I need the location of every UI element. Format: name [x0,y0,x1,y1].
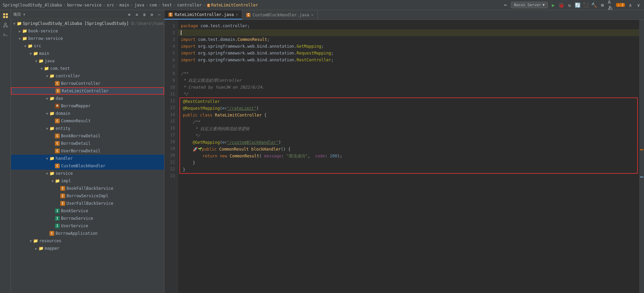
tree-item-book-fallback[interactable]: C BookFallBackService [11,185,164,192]
expand-icon[interactable]: ∧ [628,2,633,8]
terminal-tab[interactable] [1,31,10,39]
folder-icon-domain: 📁 [49,111,55,116]
tab-close-cbh[interactable]: ✕ [311,13,313,17]
tree-item-java[interactable]: ▼ 📁 java [11,57,164,65]
class-icon-common-result: C [55,118,60,124]
debug-button[interactable]: 🐞 [559,2,564,8]
breadcrumb-project[interactable]: SpringCloudStudy_Alibaba [3,3,62,7]
tree-label-src: src [34,44,41,48]
breadcrumb-main[interactable]: main [119,3,129,7]
tree-label-cbh: CustomBlockHandler [61,164,105,168]
tree-item-main[interactable]: ▼ 📁 main [11,50,164,57]
sep4: › [131,3,133,7]
svg-point-4 [4,23,6,25]
breadcrumb: SpringCloudStudy_Alibaba › borrow-servic… [3,3,503,7]
tree-item-common-result[interactable]: C CommonResult [11,117,164,125]
tree-item-borrow-application[interactable]: C BorrowApplication [11,230,164,237]
run-button[interactable]: ▶ [551,2,556,8]
tree-label-us: UserService [61,223,88,228]
folder-icon-borrow: 📁 [22,36,27,41]
breadcrumb-test[interactable]: test [162,3,172,7]
breadcrumb-java[interactable]: java [134,3,144,7]
expand-all-icon[interactable]: ≣ [142,12,147,17]
gutter-mark-2 [640,176,643,178]
tree-label-ufb: UserFallBackService [67,201,113,206]
tree-item-user-service-iface[interactable]: I UserService [11,222,164,230]
locate-icon[interactable]: ⊕ [127,12,132,17]
tree-item-book-borrow-detail[interactable]: C BookBorrowDetail [11,132,164,140]
tree-item-rate-limit-controller[interactable]: C RateLimitController [11,87,164,95]
code-line-8: /** [178,70,639,77]
build-icon[interactable]: 🔨 [591,2,597,8]
settings-icon[interactable]: ⚙ [149,12,155,17]
tree-label-borrow-service: borrow-service [28,36,63,41]
tab-rate-limit-controller[interactable]: C RateLimitController.java ✕ [164,10,242,19]
svg-rect-2 [3,16,5,18]
tree-label-book-service: book-service [28,29,58,33]
tree-item-borrow-service-iface[interactable]: I BorrowService [11,215,164,222]
nacos-server-button[interactable]: Nacos Server ▼ [511,2,548,8]
layout-icon[interactable]: ⊞ [600,2,605,8]
right-gutter[interactable] [639,20,644,293]
sep8: › [203,3,206,7]
tree-item-borrow-service-impl[interactable]: C BorrowServiceImpl [11,192,164,200]
stop-button[interactable]: ⬛ [583,2,589,8]
code-line-6: import org.springframework.web.bind.anno… [178,57,639,63]
tree-item-service[interactable]: ▼ 📁 service [11,170,164,177]
svg-rect-3 [6,16,8,18]
tree-label-domain: domain [56,111,70,116]
tree-item-book-service[interactable]: ▶ 📁 book-service [11,27,164,35]
tab-custom-block-handler[interactable]: C CustomBlockHandler.java ✕ [242,10,318,19]
code-line-16: * 自定义通用的限流处理逻辑 [180,125,637,132]
arrow-impl: ▼ [50,179,55,183]
tree-label-ubd: UserBorrowDetail [61,149,101,153]
code-editor: C RateLimitController.java ✕ C CustomBlo… [164,10,644,293]
code-line-13: @RequestMapping(⊙v"/rateLimit") [180,105,637,112]
tree-item-dao[interactable]: ▼ 📁 dao [11,95,164,102]
breadcrumb-controller[interactable]: controller [177,3,202,7]
tree-item-com-test[interactable]: ▼ 📁 com.test [11,65,164,72]
breadcrumb-src[interactable]: src [107,3,114,7]
reload-button[interactable]: 🔄 [575,2,581,8]
tree-item-handler[interactable]: ▼ 📁 handler [11,155,164,162]
collapse-icon[interactable]: ∨ [636,2,641,8]
arrow-main: ▼ [29,52,33,56]
folder-icon-impl: 📁 [55,178,60,184]
project-tab[interactable] [1,12,10,20]
tree-item-mapper-folder[interactable]: ▶ 📁 mapper [11,245,164,252]
tree-item-src[interactable]: ▼ 📁 src [11,42,164,50]
translate-icon[interactable]: Aあ [608,2,613,8]
tree-item-user-fallback[interactable]: C UserFallBackService [11,200,164,207]
rerun-button[interactable]: ↻ [567,2,572,8]
breadcrumb-com[interactable]: com [149,3,157,7]
breadcrumb-service[interactable]: borrow-service [67,3,102,7]
code-line-11: */ [178,91,639,97]
tree-item-root[interactable]: ▼ 📁 SpringCloudStudy_Alibaba [SpringClou… [11,20,164,27]
navigate-back-icon[interactable]: ⬅ [503,2,508,8]
tree-label-dao: dao [56,96,63,101]
collapse-all-icon[interactable]: ≡ [134,12,140,17]
warning-badge[interactable]: ⚠ 2 [616,3,625,7]
tree-item-borrow-mapper[interactable]: M BorrowMapper [11,102,164,110]
tree-item-impl[interactable]: ▼ 📁 impl [11,177,164,185]
tree-item-entity[interactable]: ▼ 📁 entity [11,125,164,132]
tree-item-user-borrow-detail[interactable]: C UserBorrowDetail [11,147,164,155]
code-content[interactable]: package com.test.controller; import com.… [178,20,639,293]
tree-item-borrow-service[interactable]: ▼ 📁 borrow-service [11,35,164,42]
tab-close-rlc[interactable]: ✕ [236,13,238,16]
nacos-dropdown-icon[interactable]: ▼ [542,3,545,7]
tree-item-controller[interactable]: ▼ 📁 controller [11,72,164,80]
tree-item-custom-block-handler[interactable]: C CustomBlockHandler [11,162,164,170]
class-icon-ufb: C [60,201,65,206]
close-sidebar-icon[interactable]: — [157,12,162,17]
tree-item-book-service-iface[interactable]: I BookService [11,207,164,215]
folder-icon-mapper: 📁 [38,246,44,251]
tree-item-borrow-controller[interactable]: C BorrowController [11,80,164,87]
tree-item-domain[interactable]: ▼ 📁 domain [11,110,164,117]
folder-icon-src: 📁 [27,43,33,49]
nacos-label: Nacos Server [514,3,541,7]
vcs-tab[interactable] [1,21,10,29]
tree-item-borrow-detail[interactable]: C BorrowDetail [11,140,164,147]
class-icon-cbh: C [55,163,60,169]
tree-item-resources[interactable]: ▼ 📁 resources [11,237,164,245]
